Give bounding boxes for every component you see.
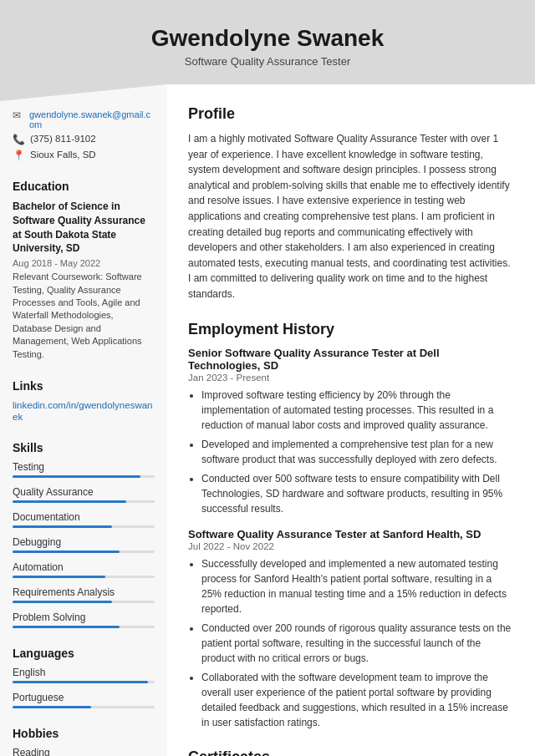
resume-container: Gwendolyne Swanek Software Quality Assur… bbox=[0, 0, 535, 756]
education-section: Education Bachelor of Science in Softwar… bbox=[13, 180, 155, 361]
skill-label: Documentation bbox=[13, 511, 155, 523]
job-dates: Jan 2023 - Present bbox=[188, 373, 514, 383]
languages-list: English Portuguese bbox=[13, 667, 155, 708]
hobbies-section: Hobbies Reading bbox=[13, 727, 155, 756]
language-bar-bg bbox=[13, 681, 155, 683]
skill-bar-bg bbox=[13, 475, 155, 478]
employment-heading: Employment History bbox=[188, 321, 514, 340]
contact-location: 📍 Sioux Falls, SD bbox=[13, 150, 155, 161]
candidate-title: Software Quality Assurance Tester bbox=[17, 55, 518, 68]
coursework-label: Relevant Coursework: bbox=[13, 271, 103, 282]
job-entry: Software Quality Assurance Tester at San… bbox=[188, 528, 514, 730]
skill-bar-fill bbox=[13, 525, 112, 528]
location-icon: 📍 bbox=[13, 150, 25, 161]
skill-item: Quality Assurance bbox=[13, 486, 155, 503]
hobby-item: Reading bbox=[13, 747, 155, 756]
location-text: Sioux Falls, SD bbox=[30, 150, 96, 160]
skill-label: Requirements Analysis bbox=[13, 586, 155, 598]
certificates-heading: Certificates bbox=[188, 748, 514, 756]
job-bullet: Conducted over 500 software tests to ens… bbox=[201, 471, 514, 516]
skill-item: Debugging bbox=[13, 536, 155, 553]
email-link[interactable]: gwendolyne.swanek@gmail.com bbox=[29, 109, 155, 129]
job-bullet: Successfully developed and implemented a… bbox=[201, 556, 514, 616]
language-item: English bbox=[13, 667, 155, 683]
hobbies-heading: Hobbies bbox=[13, 727, 155, 740]
profile-section: Profile I am a highly motivated Software… bbox=[188, 105, 514, 302]
resume-main: Profile I am a highly motivated Software… bbox=[167, 84, 535, 756]
skill-bar-fill bbox=[13, 626, 120, 628]
languages-section: Languages English Portuguese bbox=[13, 647, 155, 708]
skills-list: Testing Quality Assurance Documentation … bbox=[13, 461, 155, 628]
job-bullet: Developed and implemented a comprehensiv… bbox=[201, 437, 514, 467]
job-bullet: Conducted over 200 rounds of rigorous qu… bbox=[201, 621, 514, 666]
skill-bar-fill bbox=[13, 601, 112, 603]
skill-item: Automation bbox=[13, 561, 155, 578]
phone-text: (375) 811-9102 bbox=[30, 134, 96, 144]
skills-section: Skills Testing Quality Assurance Documen… bbox=[13, 441, 155, 628]
resume-body: ✉ gwendolyne.swanek@gmail.com 📞 (375) 81… bbox=[0, 84, 535, 756]
skill-item: Requirements Analysis bbox=[13, 586, 155, 603]
job-bullets: Improved software testing efficiency by … bbox=[188, 388, 514, 516]
contact-section: ✉ gwendolyne.swanek@gmail.com 📞 (375) 81… bbox=[13, 109, 155, 161]
candidate-name: Gwendolyne Swanek bbox=[17, 25, 518, 52]
skill-bar-bg bbox=[13, 500, 155, 503]
profile-text: I am a highly motivated Software Quality… bbox=[188, 131, 514, 302]
resume-header: Gwendolyne Swanek Software Quality Assur… bbox=[0, 0, 535, 84]
hobbies-list: Reading bbox=[13, 747, 155, 756]
skill-bar-bg bbox=[13, 525, 155, 528]
language-label: Portuguese bbox=[13, 692, 155, 703]
job-dates: Jul 2022 - Nov 2022 bbox=[188, 541, 514, 551]
job-title: Senior Software Quality Assurance Tester… bbox=[188, 347, 514, 372]
employment-section: Employment History Senior Software Quali… bbox=[188, 321, 514, 730]
language-bar-fill bbox=[13, 681, 148, 683]
language-item: Portuguese bbox=[13, 692, 155, 708]
contact-phone: 📞 (375) 811-9102 bbox=[13, 134, 155, 145]
resume-sidebar: ✉ gwendolyne.swanek@gmail.com 📞 (375) 81… bbox=[0, 84, 167, 756]
languages-heading: Languages bbox=[13, 647, 155, 660]
skill-item: Problem Solving bbox=[13, 611, 155, 628]
skill-item: Documentation bbox=[13, 511, 155, 528]
skill-bar-bg bbox=[13, 576, 155, 578]
education-heading: Education bbox=[13, 180, 155, 193]
skill-item: Testing bbox=[13, 461, 155, 478]
linkedin-link[interactable]: linkedin.com/in/gwendolyneswanek bbox=[13, 400, 153, 422]
phone-icon: 📞 bbox=[13, 134, 25, 145]
education-dates: Aug 2018 - May 2022 bbox=[13, 258, 155, 268]
job-entry: Senior Software Quality Assurance Tester… bbox=[188, 347, 514, 516]
language-bar-fill bbox=[13, 706, 91, 708]
skill-bar-bg bbox=[13, 551, 155, 553]
education-degree: Bachelor of Science in Software Quality … bbox=[13, 200, 155, 256]
jobs-list: Senior Software Quality Assurance Tester… bbox=[188, 347, 514, 730]
certificates-section: Certificates Certified Software Quality … bbox=[188, 748, 514, 756]
skill-bar-fill bbox=[13, 475, 140, 478]
contact-email: ✉ gwendolyne.swanek@gmail.com bbox=[13, 109, 155, 129]
skill-bar-bg bbox=[13, 626, 155, 628]
skill-bar-fill bbox=[13, 500, 126, 503]
email-icon: ✉ bbox=[13, 109, 24, 121]
language-bar-bg bbox=[13, 706, 155, 708]
skills-heading: Skills bbox=[13, 441, 155, 454]
education-coursework: Relevant Coursework: Software Testing, Q… bbox=[13, 271, 155, 361]
skill-label: Quality Assurance bbox=[13, 486, 155, 498]
profile-heading: Profile bbox=[188, 105, 514, 124]
language-label: English bbox=[13, 667, 155, 678]
job-title: Software Quality Assurance Tester at San… bbox=[188, 528, 514, 540]
skill-bar-bg bbox=[13, 601, 155, 603]
skill-label: Problem Solving bbox=[13, 611, 155, 623]
coursework-text: Software Testing, Quality Assurance Proc… bbox=[13, 271, 142, 358]
links-section: Links linkedin.com/in/gwendolyneswanek bbox=[13, 379, 155, 423]
skill-label: Testing bbox=[13, 461, 155, 473]
skill-label: Debugging bbox=[13, 536, 155, 548]
job-bullet: Collaborated with the software developme… bbox=[201, 670, 514, 730]
links-heading: Links bbox=[13, 379, 155, 393]
job-bullet: Improved software testing efficiency by … bbox=[201, 388, 514, 433]
skill-label: Automation bbox=[13, 561, 155, 573]
skill-bar-fill bbox=[13, 576, 105, 578]
skill-bar-fill bbox=[13, 551, 120, 553]
job-bullets: Successfully developed and implemented a… bbox=[188, 556, 514, 730]
